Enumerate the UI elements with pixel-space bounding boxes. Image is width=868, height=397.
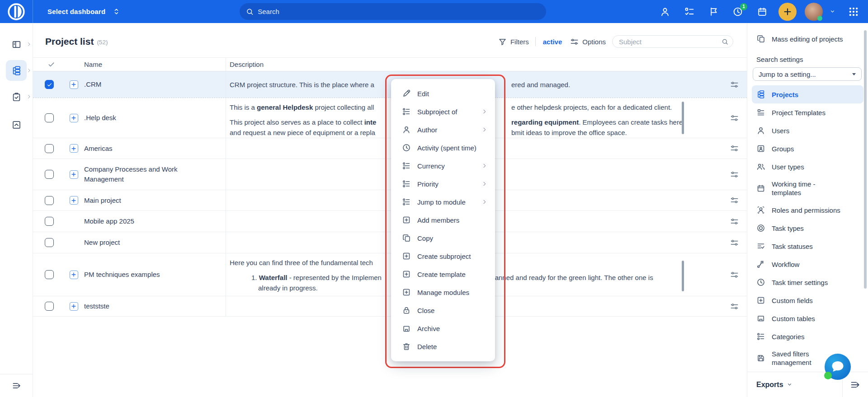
- settings-item-user-types[interactable]: User types: [752, 158, 863, 176]
- exports-button[interactable]: Exports: [747, 381, 793, 389]
- user-profile-icon[interactable]: [660, 6, 670, 17]
- row-checkbox[interactable]: [45, 302, 54, 311]
- expand-project-icon[interactable]: [70, 170, 78, 179]
- time-tracker-icon[interactable]: 1: [732, 6, 743, 17]
- select-all-check-icon[interactable]: [33, 61, 63, 68]
- sidebar-item-tasks[interactable]: [6, 86, 27, 107]
- options-button[interactable]: Options: [570, 37, 606, 46]
- row-checkbox[interactable]: [45, 80, 54, 89]
- jump-to-setting-select[interactable]: Jump to a setting...: [753, 67, 862, 81]
- global-search[interactable]: [240, 3, 546, 20]
- settings-item-workflow[interactable]: Workflow: [752, 255, 863, 273]
- menu-item-jump-to-module[interactable]: Jump to module: [391, 193, 495, 211]
- description-scrollbar[interactable]: [682, 261, 684, 291]
- project-name[interactable]: PM techniques examples: [84, 270, 226, 280]
- project-name[interactable]: Main project: [84, 196, 226, 206]
- menu-item-subproject-of[interactable]: Subproject of: [391, 103, 495, 121]
- sidebar-item-dashboards[interactable]: [6, 34, 27, 55]
- global-search-input[interactable]: [258, 8, 540, 15]
- row-options-icon[interactable]: [722, 302, 747, 311]
- project-name[interactable]: Company Processes and Work Management: [84, 164, 188, 184]
- mass-editing-link[interactable]: Mass editing of projects: [747, 23, 868, 43]
- settings-item-task-types[interactable]: Task types: [752, 219, 863, 237]
- settings-item-task-statuses[interactable]: Task statuses: [752, 237, 863, 255]
- sidebar-expand[interactable]: [0, 374, 33, 397]
- settings-item-task-timer[interactable]: Task timer settings: [752, 273, 863, 291]
- project-name[interactable]: .CRM: [84, 79, 226, 89]
- sidebar-item-projects[interactable]: [6, 60, 27, 81]
- menu-item-manage-modules[interactable]: Manage modules: [391, 283, 495, 301]
- project-name[interactable]: New project: [84, 238, 226, 248]
- apps-grid-icon[interactable]: [848, 6, 859, 17]
- sidebar-scrollbar[interactable]: [864, 30, 867, 289]
- row-options-icon[interactable]: [722, 114, 747, 122]
- menu-item-archive[interactable]: Archive: [391, 319, 495, 337]
- menu-item-create-template[interactable]: Create template: [391, 265, 495, 283]
- menu-item-edit[interactable]: Edit: [391, 84, 495, 103]
- swap-dashboard-icon[interactable]: [113, 8, 120, 15]
- row-checkbox[interactable]: [45, 238, 54, 247]
- settings-item-custom-tables[interactable]: Custom tables: [752, 309, 863, 327]
- menu-item-copy[interactable]: Copy: [391, 229, 495, 247]
- column-header-description[interactable]: Description: [226, 58, 722, 71]
- menu-item-create-subproject[interactable]: Create subproject: [391, 247, 495, 265]
- settings-item-roles-permissions[interactable]: Roles and permissions: [752, 201, 863, 219]
- subject-search[interactable]: [612, 35, 733, 48]
- project-name[interactable]: .Help desk: [84, 113, 226, 123]
- row-options-icon[interactable]: [722, 144, 747, 153]
- row-checkbox[interactable]: [45, 270, 54, 279]
- chevron-right-icon[interactable]: [26, 68, 32, 74]
- menu-item-add-members[interactable]: Add members: [391, 211, 495, 229]
- tasks-checklist-icon[interactable]: [684, 6, 695, 17]
- settings-item-categories[interactable]: Categories: [752, 327, 863, 346]
- sidebar-item-collapse-group[interactable]: [6, 114, 27, 135]
- expand-project-icon[interactable]: [70, 271, 78, 279]
- column-header-name[interactable]: Name: [84, 60, 226, 70]
- calendar-icon[interactable]: [757, 6, 768, 17]
- row-checkbox[interactable]: [45, 113, 54, 122]
- row-options-icon[interactable]: [722, 80, 747, 89]
- row-options-icon[interactable]: [722, 170, 747, 179]
- app-logo[interactable]: [0, 0, 33, 23]
- select-dashboard[interactable]: Select dashboard: [47, 0, 120, 23]
- chevron-right-icon[interactable]: [26, 42, 32, 47]
- expand-project-icon[interactable]: [70, 196, 78, 205]
- row-options-icon[interactable]: [722, 217, 747, 226]
- menu-item-author[interactable]: Author: [391, 121, 495, 139]
- chevron-right-icon[interactable]: [26, 94, 32, 100]
- expand-project-icon[interactable]: [70, 302, 78, 311]
- settings-item-users[interactable]: Users: [752, 121, 863, 140]
- avatar[interactable]: [805, 3, 823, 21]
- quick-add-button[interactable]: [778, 3, 797, 21]
- expand-project-icon[interactable]: [70, 114, 78, 122]
- row-checkbox[interactable]: [45, 144, 54, 153]
- settings-item-projects[interactable]: Projects: [752, 85, 863, 103]
- account-chevron-down-icon[interactable]: [830, 9, 835, 14]
- row-options-icon[interactable]: [722, 196, 747, 205]
- chat-widget-button[interactable]: [825, 354, 851, 380]
- menu-item-delete[interactable]: Delete: [391, 337, 495, 355]
- row-checkbox[interactable]: [45, 196, 54, 205]
- project-name[interactable]: teststste: [84, 301, 226, 311]
- description-scrollbar[interactable]: [682, 102, 684, 134]
- menu-item-currency[interactable]: Currency: [391, 157, 495, 175]
- menu-item-close[interactable]: Close: [391, 301, 495, 319]
- menu-item-activity[interactable]: Activity (spent time): [391, 139, 495, 157]
- project-name[interactable]: Americas: [84, 144, 226, 154]
- flag-icon[interactable]: [708, 6, 719, 17]
- row-options-icon[interactable]: [722, 271, 747, 279]
- row-options-icon[interactable]: [722, 238, 747, 247]
- project-name[interactable]: Mobile app 2025: [84, 216, 226, 226]
- settings-item-custom-fields[interactable]: Custom fields: [752, 291, 863, 309]
- settings-item-groups[interactable]: Groups: [752, 140, 863, 158]
- subject-search-input[interactable]: [619, 38, 719, 46]
- row-checkbox[interactable]: [45, 217, 54, 226]
- settings-item-working-time-templates[interactable]: Working time - templates: [752, 176, 863, 201]
- settings-item-project-templates[interactable]: Project Templates: [752, 103, 863, 121]
- row-checkbox[interactable]: [45, 170, 54, 179]
- menu-item-priority[interactable]: Priority: [391, 175, 495, 193]
- expand-project-icon[interactable]: [70, 80, 78, 89]
- filters-button[interactable]: Filters: [498, 37, 529, 46]
- active-filter-link[interactable]: active: [543, 38, 562, 46]
- expand-project-icon[interactable]: [70, 144, 78, 153]
